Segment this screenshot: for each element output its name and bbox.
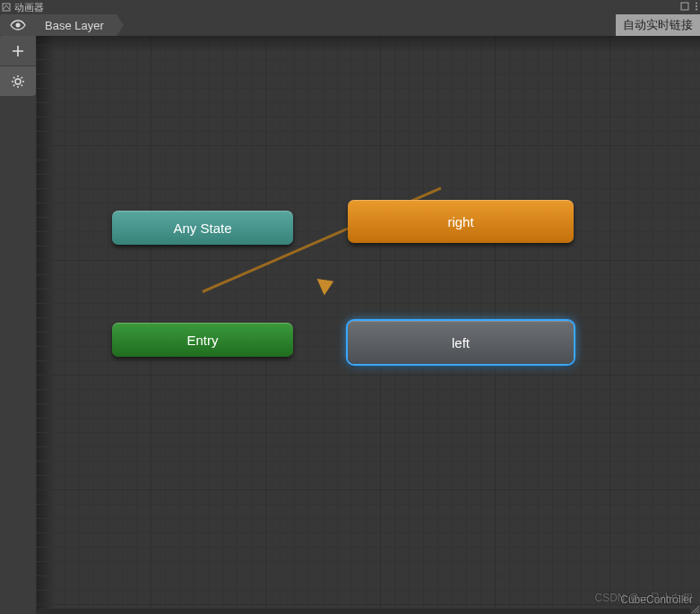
gear-icon — [11, 74, 25, 89]
svg-point-3 — [696, 5, 697, 7]
breadcrumb-layer-label: Base Layer — [45, 19, 104, 32]
window-titlebar: 动画器 — [0, 0, 700, 14]
breadcrumb-bar: Base Layer 自动实时链接 — [0, 14, 700, 36]
node-entry-label: Entry — [186, 333, 218, 348]
titlebar-right — [680, 2, 698, 13]
add-layer-button[interactable] — [0, 36, 36, 66]
resize-handle-icon[interactable] — [692, 606, 699, 613]
node-entry[interactable]: Entry — [112, 323, 293, 357]
watermark-text: CSDN @一只小白程 — [594, 591, 693, 606]
svg-rect-1 — [681, 3, 688, 10]
layer-visibility-button[interactable] — [0, 14, 36, 36]
svg-point-5 — [16, 23, 21, 28]
svg-point-4 — [696, 9, 697, 11]
main-area: Any State Entry right left CubeControlle… — [0, 36, 700, 610]
settings-button[interactable] — [0, 66, 36, 97]
horizontal-scrollbar[interactable] — [36, 609, 691, 614]
maximize-icon[interactable] — [680, 2, 689, 13]
window-title: 动画器 — [14, 1, 44, 14]
auto-live-link-label: 自动实时链接 — [623, 17, 693, 33]
animator-canvas[interactable]: Any State Entry right left CubeControlle… — [36, 36, 700, 610]
node-right[interactable]: right — [348, 200, 574, 243]
node-right-label: right — [447, 214, 473, 229]
animator-icon — [2, 3, 11, 12]
plus-icon — [11, 44, 25, 58]
eye-icon — [9, 19, 27, 31]
breadcrumb-layer[interactable]: Base Layer — [36, 14, 117, 36]
node-left-label: left — [452, 335, 470, 350]
canvas-footer: CubeController CSDN @一只小白程 — [79, 593, 693, 606]
breadcrumb-spacer — [117, 14, 616, 36]
svg-point-6 — [15, 79, 21, 84]
svg-point-2 — [696, 3, 697, 4]
side-toolbar — [0, 36, 36, 610]
node-any-state-label: Any State — [173, 221, 231, 236]
titlebar-left: 动画器 — [2, 1, 44, 14]
auto-live-link-button[interactable]: 自动实时链接 — [616, 14, 700, 36]
node-any-state[interactable]: Any State — [112, 211, 293, 245]
node-left[interactable]: left — [348, 321, 574, 364]
menu-icon[interactable] — [695, 2, 698, 13]
